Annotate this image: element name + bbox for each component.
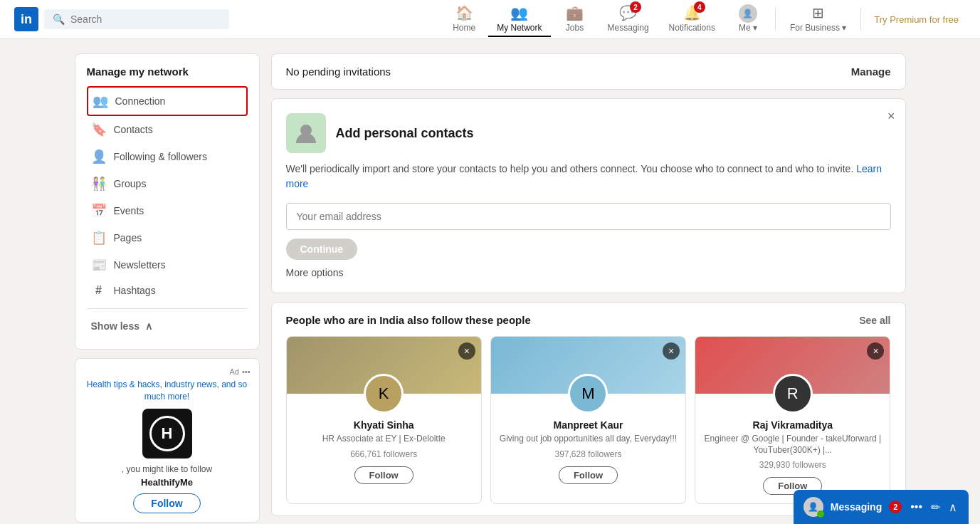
chevron-up-icon: ∧	[145, 320, 152, 332]
sidebar-item-following[interactable]: 👤 Following & followers	[87, 143, 248, 170]
sidebar-label-newsletters: Newsletters	[114, 259, 166, 271]
people-title: People who are in India also follow thes…	[286, 314, 531, 326]
nav-item-messaging[interactable]: 💬2 Messaging	[599, 1, 658, 37]
groups-icon: 👫	[91, 176, 107, 192]
sidebar-label-hashtags: Hashtags	[114, 285, 156, 296]
dismiss-khyati-button[interactable]: ×	[458, 342, 475, 360]
email-input[interactable]	[286, 203, 891, 230]
nav-item-business[interactable]: ⊞ For Business ▾	[781, 1, 855, 37]
contacts-avatar	[286, 113, 326, 153]
contacts-icon: 🔖	[91, 122, 107, 137]
home-icon: 🏠	[455, 4, 473, 21]
pages-icon: 📋	[91, 230, 107, 246]
person-title-khyati: HR Associate at EY | Ex-Deloitte	[294, 434, 474, 445]
ad-text: Health tips & hacks, industry news, and …	[84, 379, 251, 403]
ad-options-icon[interactable]: •••	[242, 367, 251, 376]
notifications-badge: 4	[694, 1, 705, 13]
person-info-manpreet: Manpreet Kaur Giving out job opportuniti…	[491, 419, 685, 493]
messaging-panel[interactable]: 👤 Messaging 2 ••• ✏ ∧	[794, 490, 969, 524]
ad-card: Ad ••• Health tips & hacks, industry new…	[75, 358, 260, 523]
sidebar-item-groups[interactable]: 👫 Groups	[87, 170, 248, 197]
actions-row: Continue	[286, 239, 891, 260]
person-card-manpreet: × M Manpreet Kaur Giving out job opportu…	[490, 336, 686, 504]
sidebar-label-events: Events	[114, 205, 144, 216]
person-title-manpreet: Giving out job opportunities all day, Ev…	[498, 434, 678, 445]
add-contacts-header: Add personal contacts	[286, 113, 891, 153]
online-indicator	[817, 510, 824, 518]
sidebar-label-pages: Pages	[114, 232, 142, 243]
person-name-manpreet: Manpreet Kaur	[498, 419, 678, 431]
nav-divider-2	[860, 8, 861, 31]
notifications-icon: 🔔4	[683, 4, 701, 21]
sidebar-title: Manage my network	[87, 66, 248, 78]
sidebar-label-following: Following & followers	[114, 151, 208, 162]
events-icon: 📅	[91, 203, 107, 219]
nav-label-network: My Network	[497, 23, 542, 33]
messaging-badge: 2	[630, 1, 641, 13]
follow-manpreet-button[interactable]: Follow	[559, 466, 618, 484]
messaging-compose-button[interactable]: ✏	[929, 499, 942, 515]
person-followers-manpreet: 397,628 followers	[498, 449, 678, 459]
messaging-more-button[interactable]: •••	[909, 499, 924, 515]
linkedin-logo[interactable]: in	[14, 7, 38, 31]
person-title-raj: Engineer @ Google | Founder - takeUforwa…	[702, 434, 882, 456]
add-contacts-card: × Add personal contacts We'll periodical…	[271, 98, 906, 293]
search-icon: 🔍	[53, 14, 65, 25]
show-less-button[interactable]: Show less ∧	[87, 315, 248, 337]
top-navigation: in 🔍 🏠 Home 👥 My Network 💼 Jobs 💬2 Messa…	[0, 0, 980, 39]
sidebar-item-contacts[interactable]: 🔖 Contacts	[87, 116, 248, 143]
dismiss-raj-button[interactable]: ×	[867, 342, 884, 360]
nav-item-jobs[interactable]: 💼 Jobs	[554, 1, 596, 37]
messaging-icon: 💬2	[619, 4, 637, 21]
nav-label-me: Me ▾	[739, 23, 757, 33]
nav-label-messaging: Messaging	[608, 23, 649, 33]
sidebar-item-newsletters[interactable]: 📰 Newsletters	[87, 251, 248, 278]
manage-link[interactable]: Manage	[851, 66, 891, 78]
add-contacts-desc: We'll periodically import and store your…	[286, 162, 891, 192]
main-content: No pending invitations Manage × Add pers…	[271, 53, 906, 523]
ad-follow-text: , you might like to follow	[84, 464, 251, 474]
sidebar-item-connection[interactable]: 👥 Connection	[87, 86, 248, 116]
ad-brand: HealthifyMe	[84, 477, 251, 488]
sidebar-item-pages[interactable]: 📋 Pages	[87, 224, 248, 251]
nav-item-notifications[interactable]: 🔔4 Notifications	[660, 1, 724, 37]
ad-follow-button[interactable]: Follow	[133, 493, 200, 513]
nav-items: 🏠 Home 👥 My Network 💼 Jobs 💬2 Messaging …	[443, 1, 966, 37]
person-name-khyati: Khyati Sinha	[294, 419, 474, 431]
sidebar-label-connection: Connection	[115, 95, 166, 107]
nav-divider	[775, 8, 776, 31]
person-card-raj: × R Raj Vikramaditya Engineer @ Google |…	[695, 336, 890, 504]
messaging-count: 2	[889, 501, 902, 513]
messaging-collapse-button[interactable]: ∧	[947, 499, 959, 515]
close-button[interactable]: ×	[887, 109, 895, 124]
person-info-khyati: Khyati Sinha HR Associate at EY | Ex-Del…	[287, 419, 481, 493]
pending-invitations-card: No pending invitations Manage	[271, 53, 906, 90]
person-followers-khyati: 666,761 followers	[294, 449, 474, 459]
follow-khyati-button[interactable]: Follow	[354, 466, 413, 484]
person-card-khyati: × K Khyati Sinha HR Associate at EY | Ex…	[286, 336, 482, 504]
main-layout: Manage my network 👥 Connection 🔖 Contact…	[63, 39, 917, 524]
nav-item-network[interactable]: 👥 My Network	[488, 1, 550, 37]
sidebar: Manage my network 👥 Connection 🔖 Contact…	[75, 53, 260, 523]
sidebar-item-events[interactable]: 📅 Events	[87, 197, 248, 224]
messaging-bar: 👤 Messaging 2 ••• ✏ ∧	[794, 490, 969, 524]
ad-label: Ad •••	[84, 367, 251, 376]
people-header: People who are in India also follow thes…	[286, 314, 891, 326]
hashtags-icon: #	[91, 284, 107, 297]
people-grid: × K Khyati Sinha HR Associate at EY | Ex…	[286, 336, 891, 504]
pending-text: No pending invitations	[286, 66, 391, 78]
dismiss-manpreet-button[interactable]: ×	[663, 342, 680, 360]
continue-button[interactable]: Continue	[286, 239, 358, 260]
search-input[interactable]	[70, 14, 221, 25]
more-options-link[interactable]: More options	[286, 267, 891, 278]
sidebar-label-contacts: Contacts	[114, 124, 153, 135]
nav-item-home[interactable]: 🏠 Home	[443, 1, 485, 37]
search-bar[interactable]: 🔍	[44, 9, 229, 29]
premium-link[interactable]: Try Premium for free	[867, 11, 966, 28]
sidebar-item-hashtags[interactable]: # Hashtags	[87, 278, 248, 303]
avatar-manpreet: M	[568, 374, 608, 414]
nav-label-notifications: Notifications	[669, 23, 715, 33]
nav-item-me[interactable]: 👤 Me ▾	[727, 1, 769, 37]
see-all-link[interactable]: See all	[859, 315, 890, 326]
sidebar-label-groups: Groups	[114, 178, 147, 189]
